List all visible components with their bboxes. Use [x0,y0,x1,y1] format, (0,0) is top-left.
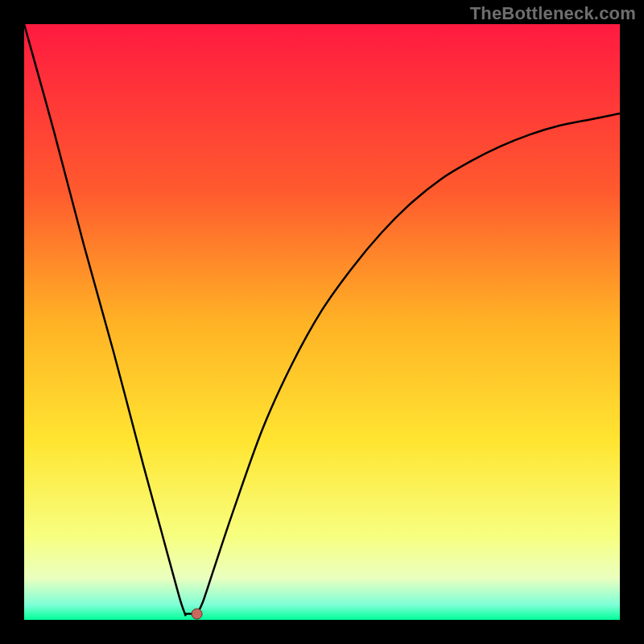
gradient-background [24,24,620,620]
bottleneck-chart [24,24,620,620]
optimum-marker [192,609,202,619]
plot-area [24,24,620,620]
watermark-text: TheBottleneck.com [470,3,636,24]
chart-frame: TheBottleneck.com [0,0,644,644]
